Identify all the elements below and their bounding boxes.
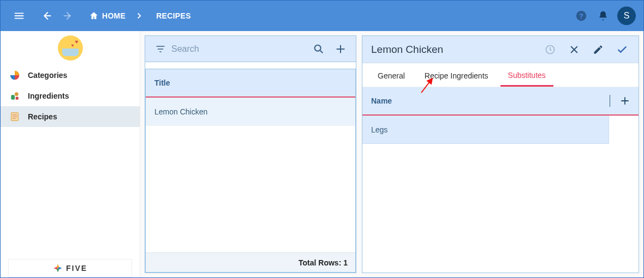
bell-icon — [598, 10, 609, 21]
filter-icon — [155, 44, 166, 55]
breadcrumb-home[interactable]: HOME — [82, 5, 132, 27]
detail-title: Lemon Chicken — [371, 44, 538, 56]
search-button[interactable] — [308, 38, 330, 60]
pie-icon — [7, 69, 22, 82]
history-button — [538, 38, 562, 62]
app-header: HOME RECIPES ? S — [1, 1, 643, 31]
svg-point-13 — [315, 45, 321, 51]
breadcrumb-label: HOME — [102, 11, 126, 20]
detail-tabs: General Recipe Ingredients Substitutes — [362, 63, 639, 87]
divider — [610, 95, 610, 107]
close-button[interactable] — [562, 38, 586, 62]
sidebar-item-label: Categories — [28, 71, 67, 80]
breadcrumb-recipes[interactable]: RECIPES — [150, 5, 198, 27]
search-icon — [313, 43, 325, 55]
confirm-button[interactable] — [610, 38, 634, 62]
footer-brand-text: FIVE — [66, 264, 87, 273]
row-title: Lemon Chicken — [154, 107, 207, 116]
help-icon: ? — [575, 10, 587, 22]
clock-icon — [545, 44, 556, 55]
sidebar: ♥♥ Categories Ingredients Recipes — [1, 31, 140, 277]
sidebar-item-label: Ingredients — [28, 92, 69, 100]
list-footer: Total Rows: 1 — [146, 252, 355, 272]
breadcrumb: HOME RECIPES — [82, 5, 198, 27]
filter-button[interactable] — [150, 38, 171, 60]
substitute-name: Legs — [371, 125, 387, 134]
column-header-label: Title — [154, 78, 170, 87]
ingredients-icon — [7, 89, 22, 102]
search-bar — [145, 36, 356, 62]
menu-button[interactable] — [8, 5, 30, 27]
notifications-button[interactable] — [592, 5, 614, 27]
tab-label: Substitutes — [508, 71, 546, 80]
recipe-icon — [7, 110, 22, 123]
svg-rect-2 — [11, 95, 15, 99]
substitute-row[interactable]: Legs — [362, 116, 609, 144]
five-logo-icon — [53, 263, 63, 273]
chevron-right-icon — [134, 11, 144, 21]
tab-substitutes[interactable]: Substitutes — [500, 65, 553, 87]
footer-label: Total Rows: — [299, 258, 341, 267]
list-panel: Title Lemon Chicken Total Rows: 1 — [145, 35, 356, 273]
footer-brand: FIVE — [8, 259, 132, 277]
plus-icon — [619, 95, 630, 106]
app-logo: ♥♥ — [1, 31, 140, 65]
svg-rect-4 — [16, 97, 19, 100]
close-icon — [569, 44, 580, 55]
nav-back-button[interactable] — [35, 5, 57, 27]
arrow-right-icon — [62, 10, 74, 22]
help-button[interactable]: ? — [570, 5, 592, 27]
sidebar-item-label: Recipes — [28, 112, 57, 121]
add-button[interactable] — [330, 38, 351, 60]
svg-text:?: ? — [579, 12, 583, 20]
sidebar-item-recipes[interactable]: Recipes — [1, 106, 140, 127]
check-icon — [616, 44, 628, 56]
search-input[interactable] — [171, 44, 308, 54]
footer-count: 1 — [343, 258, 348, 267]
sub-column-header: Name — [362, 87, 639, 116]
arrow-left-icon — [40, 10, 52, 22]
breadcrumb-separator — [132, 5, 150, 27]
sub-header-label: Name — [371, 96, 392, 105]
tab-recipe-ingredients[interactable]: Recipe Ingredients — [417, 65, 496, 87]
add-substitute-button[interactable] — [617, 95, 633, 106]
svg-point-3 — [15, 92, 19, 96]
avatar-initial: S — [624, 11, 630, 21]
hamburger-icon — [13, 10, 25, 22]
nav-forward-button — [57, 5, 79, 27]
pencil-icon — [593, 44, 604, 55]
tab-general[interactable]: General — [370, 65, 413, 87]
sidebar-item-ingredients[interactable]: Ingredients — [1, 86, 140, 106]
breadcrumb-label: RECIPES — [156, 11, 191, 20]
edit-button[interactable] — [586, 38, 610, 62]
tab-label: Recipe Ingredients — [425, 71, 488, 80]
list-column-header[interactable]: Title — [146, 69, 355, 98]
plus-icon — [335, 43, 347, 55]
avatar[interactable]: S — [617, 7, 636, 25]
list-row[interactable]: Lemon Chicken — [146, 98, 355, 126]
sidebar-item-categories[interactable]: Categories — [1, 65, 140, 86]
detail-panel: Lemon Chicken General — [362, 35, 639, 273]
home-icon — [89, 11, 99, 21]
tab-label: General — [378, 71, 405, 80]
